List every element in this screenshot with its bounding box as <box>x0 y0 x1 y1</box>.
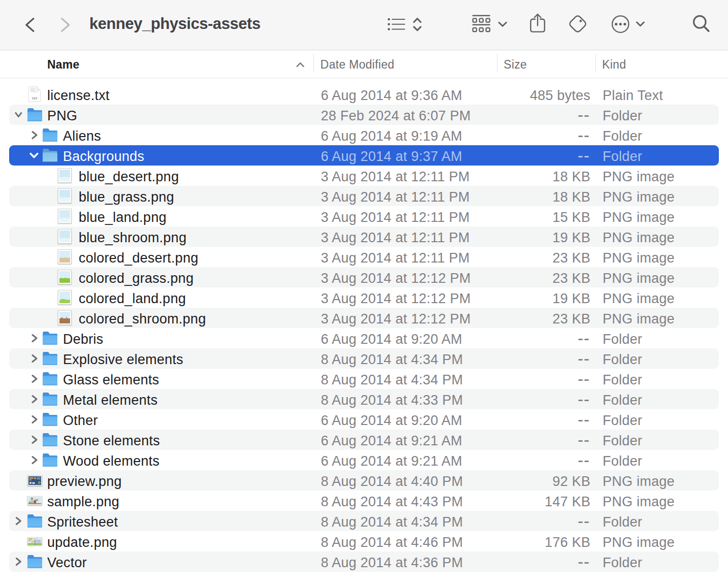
svg-text:TXT: TXT <box>32 97 38 100</box>
